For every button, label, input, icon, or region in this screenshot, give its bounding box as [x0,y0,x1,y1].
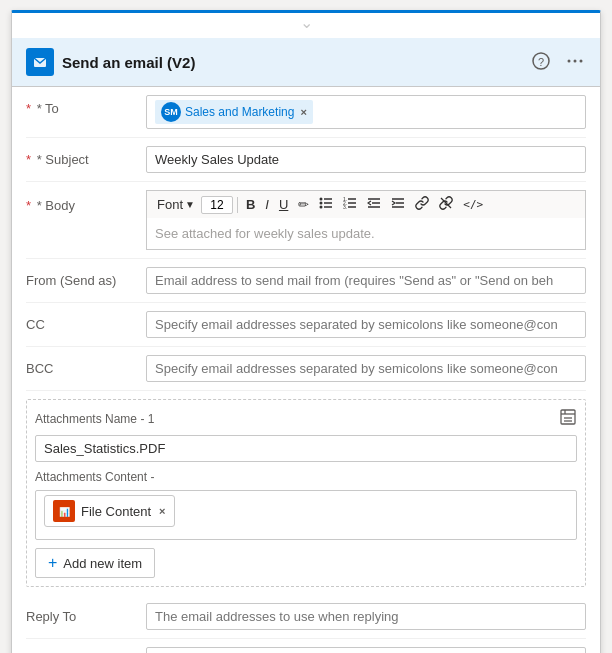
add-new-item-button[interactable]: + Add new item [35,548,155,578]
body-label: * * Body [26,190,146,213]
bcc-field-row: BCC [26,347,586,391]
indent-decrease-button[interactable] [363,194,385,215]
reply-to-field-value [146,603,586,630]
cc-input[interactable] [146,311,586,338]
svg-point-4 [574,59,577,62]
bcc-field-value [146,355,586,382]
to-tag-input[interactable]: SM Sales and Marketing × [146,95,586,129]
to-tag-avatar: SM [161,102,181,122]
body-text-content[interactable]: See attached for weekly sales update. [146,218,586,250]
from-field-row: From (Send as) [26,259,586,303]
reply-to-label: Reply To [26,603,146,624]
cc-field-row: CC [26,303,586,347]
svg-point-10 [320,206,323,209]
file-content-label: File Content [81,504,151,519]
more-options-button[interactable] [564,50,586,75]
code-button[interactable]: </> [459,196,487,213]
app-icon [26,48,54,76]
reply-to-input[interactable] [146,603,586,630]
importance-label: Importance [26,647,146,653]
importance-select[interactable]: Importance Low Normal High [146,647,586,653]
body-field-value: Font ▼ B I U ✏ 1.2.3. [146,190,586,250]
to-label: * * To [26,95,146,116]
file-content-row: 📊 File Content × [35,490,577,540]
add-icon: + [48,554,57,572]
card-title: Send an email (V2) [62,54,195,71]
body-toolbar: Font ▼ B I U ✏ 1.2.3. [146,190,586,218]
header-right: ? [530,50,586,75]
underline-button[interactable]: U [275,195,292,214]
attachment-name-input[interactable] [35,435,577,462]
from-label: From (Send as) [26,267,146,288]
attachments-section: Attachments Name - 1 Attachments Content… [26,399,586,587]
svg-text:📊: 📊 [59,506,71,518]
email-card: ⌄ Send an email (V2) ? [11,10,601,653]
subject-input[interactable] [146,146,586,173]
link-button[interactable] [411,194,433,215]
attachments-name-label: Attachments Name - 1 [35,412,154,426]
body-field-row: * * Body Font ▼ B I U ✏ [26,182,586,259]
from-field-value [146,267,586,294]
top-chevron-indicator: ⌄ [12,13,600,38]
svg-point-3 [568,59,571,62]
indent-increase-button[interactable] [387,194,409,215]
unordered-list-button[interactable] [315,194,337,215]
svg-text:3.: 3. [343,204,347,210]
importance-field-row: Importance Importance Low Normal High [26,639,586,653]
from-input[interactable] [146,267,586,294]
bcc-label: BCC [26,355,146,376]
cc-field-value [146,311,586,338]
attachments-header: Attachments Name - 1 [35,408,577,429]
card-body: * * To SM Sales and Marketing × * [12,87,600,653]
to-tag: SM Sales and Marketing × [155,100,313,124]
bold-button[interactable]: B [242,195,259,214]
toolbar-divider-1 [237,197,238,213]
attachment-content-label: Attachments Content - [35,470,577,484]
card-header: Send an email (V2) ? [12,38,600,87]
italic-button[interactable]: I [261,195,273,214]
subject-label: * * Subject [26,146,146,167]
importance-field-value: Importance Low Normal High [146,647,586,653]
subject-field-row: * * Subject [26,138,586,182]
unlink-button[interactable] [435,194,457,215]
svg-point-8 [320,202,323,205]
importance-select-wrapper: Importance Low Normal High [146,647,586,653]
subject-field-value [146,146,586,173]
svg-rect-25 [561,410,575,424]
file-content-close[interactable]: × [159,505,165,517]
add-new-label: Add new item [63,556,142,571]
svg-point-5 [580,59,583,62]
ordered-list-button[interactable]: 1.2.3. [339,194,361,215]
to-field-row: * * To SM Sales and Marketing × [26,87,586,138]
font-size-input[interactable] [201,196,233,214]
svg-text:?: ? [538,55,544,67]
font-dropdown-icon: ▼ [185,199,195,210]
font-label: Font [157,197,183,212]
font-selector[interactable]: Font ▼ [153,195,199,214]
to-field-value: SM Sales and Marketing × [146,95,586,129]
file-content-tag: 📊 File Content × [44,495,175,527]
file-icon: 📊 [53,500,75,522]
cc-label: CC [26,311,146,332]
pencil-button[interactable]: ✏ [294,195,313,214]
attachments-icon-button[interactable] [559,408,577,429]
to-tag-name: Sales and Marketing [185,105,294,119]
svg-point-6 [320,198,323,201]
reply-to-field-row: Reply To [26,595,586,639]
to-tag-close[interactable]: × [300,106,306,118]
bcc-input[interactable] [146,355,586,382]
header-left: Send an email (V2) [26,48,195,76]
help-button[interactable]: ? [530,50,552,75]
